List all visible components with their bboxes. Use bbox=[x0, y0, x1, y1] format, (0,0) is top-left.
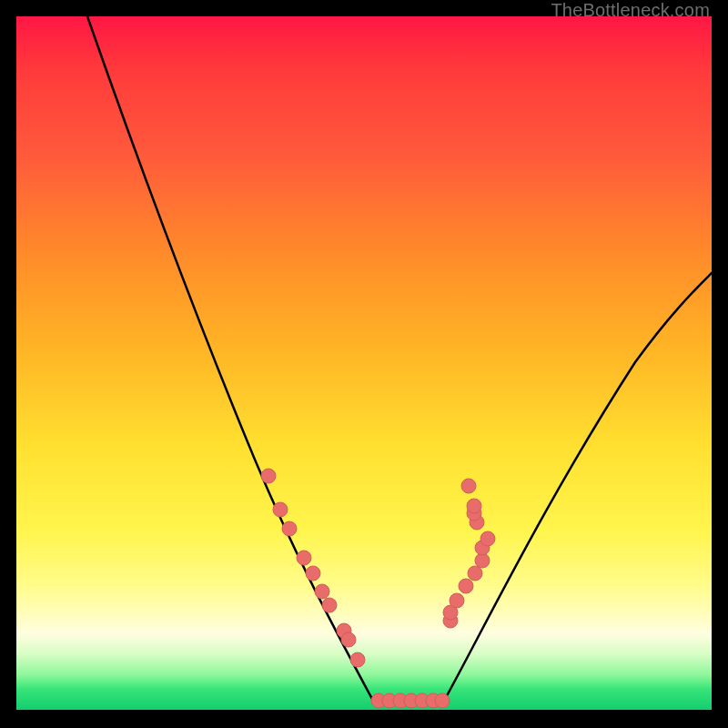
left-dot-4 bbox=[297, 551, 311, 565]
left-dot-3 bbox=[282, 521, 297, 536]
left-dot-6 bbox=[315, 584, 329, 599]
left-dot-10 bbox=[350, 652, 365, 667]
right-dot-5 bbox=[468, 566, 482, 581]
chart-svg bbox=[16, 16, 712, 710]
right-dot-8 bbox=[480, 531, 495, 546]
left-dot-9 bbox=[341, 632, 356, 647]
watermark-text: TheBottleneck.com bbox=[551, 0, 710, 21]
right-dot-3 bbox=[450, 593, 464, 608]
left-dot-2 bbox=[273, 502, 288, 517]
chart-frame: TheBottleneck.com bbox=[0, 0, 728, 728]
right-dot-11 bbox=[467, 499, 481, 513]
right-curve bbox=[444, 273, 712, 701]
right-dot-12 bbox=[461, 479, 476, 493]
left-dot-7 bbox=[322, 598, 337, 612]
chart-plot-area bbox=[16, 16, 712, 710]
flat-dot-7 bbox=[435, 693, 450, 708]
right-dot-4 bbox=[459, 579, 473, 593]
left-dot-1 bbox=[261, 469, 276, 483]
left-dot-5 bbox=[306, 566, 320, 581]
